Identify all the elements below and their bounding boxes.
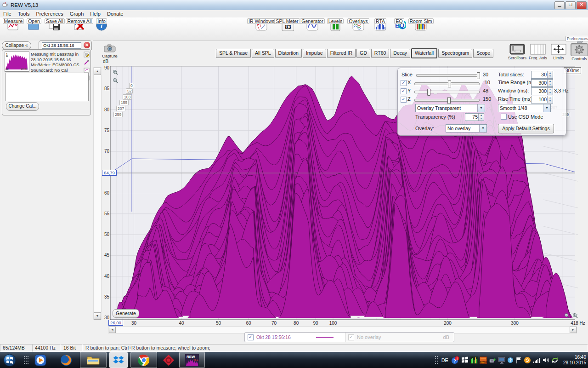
notes-icon[interactable]	[84, 52, 90, 58]
menu-file[interactable]: File	[0, 11, 15, 17]
scroll-down-icon[interactable]: ▼	[94, 312, 101, 320]
taskbar-grid-dots-icon[interactable]	[23, 352, 29, 368]
scrollbars-icon	[509, 43, 526, 55]
overlays-button[interactable]: Overlays	[346, 18, 371, 32]
save-all-button[interactable]: Save All	[43, 18, 66, 32]
tray-action-flag-icon[interactable]	[515, 356, 522, 364]
remove-all-button[interactable]: Remove All	[66, 18, 93, 32]
scrollbars-button[interactable]: Scrollbars	[508, 43, 526, 61]
controls-button[interactable]: Controls	[570, 43, 588, 61]
apply-default-settings-button[interactable]: Apply Default Settings	[498, 124, 554, 133]
language-indicator[interactable]: DE	[441, 357, 449, 363]
tab-spl-phase[interactable]: SPL & Phase	[216, 49, 251, 58]
capture-button[interactable]: Capture	[101, 44, 119, 58]
tray-sync-orange-icon[interactable]	[524, 356, 531, 364]
csd-mode-checkbox[interactable]	[501, 114, 507, 120]
tray-bluetooth-icon[interactable]	[507, 357, 514, 363]
tab-rt60[interactable]: RT60	[371, 49, 390, 58]
window-spinner[interactable]: 300▲▼	[531, 87, 553, 95]
y-axis-unit: dB	[103, 59, 108, 64]
scroll-up-icon[interactable]: ▲	[94, 68, 101, 75]
tray-network-signal-icon[interactable]	[533, 356, 540, 364]
tab-filtered-ir[interactable]: Filtered IR	[327, 49, 356, 58]
taskbar-dropbox-icon[interactable]	[109, 352, 128, 368]
tab-scope[interactable]: Scope	[473, 49, 493, 58]
taskbar-rew-icon[interactable]: REWV5.1	[179, 352, 205, 368]
info-button[interactable]: i Info	[93, 18, 110, 32]
overlay-checkbox[interactable]: ✓	[348, 334, 354, 340]
change-cal-button[interactable]: Change Cal...	[6, 102, 39, 111]
tray-tray-dots-icon[interactable]	[434, 354, 439, 366]
start-button[interactable]	[1, 352, 18, 368]
x-axis-checkbox[interactable]	[401, 80, 407, 86]
ir-windows-button[interactable]: IR Windows	[249, 18, 274, 32]
x-slider[interactable]	[414, 82, 480, 85]
taskbar-firefox-icon[interactable]	[59, 352, 74, 368]
menu-donate[interactable]: Donate	[104, 11, 126, 17]
levels-button[interactable]: Levels	[325, 18, 346, 32]
vertical-scrollbar[interactable]: ▲ ▼	[93, 67, 102, 320]
tray-display-icon[interactable]	[498, 356, 505, 364]
menu-graph[interactable]: Graph	[67, 11, 87, 17]
tray-volume-icon[interactable]	[542, 356, 549, 364]
menu-help[interactable]: Help	[87, 11, 104, 17]
scroll-left-icon[interactable]: ◄	[109, 327, 116, 333]
taskbar-chrome-icon[interactable]	[130, 352, 157, 368]
tray-windows-icon[interactable]	[461, 356, 469, 364]
tab-waterfall[interactable]: Waterfall	[411, 48, 437, 58]
mode-dropdown[interactable]: Overlay Transparent▼	[415, 104, 485, 112]
tray-digicheck-icon[interactable]	[470, 356, 478, 364]
menu-preferences[interactable]: Preferences	[33, 11, 66, 17]
measure-button[interactable]: Measure	[2, 18, 25, 32]
time-range-spinner[interactable]: 300▲▼	[531, 79, 553, 87]
slice-slider[interactable]	[416, 74, 480, 77]
spl-meter-button[interactable]: dB SPL83 SPL Meter	[274, 18, 300, 32]
transparency-spinner[interactable]: 75▲▼	[465, 113, 484, 121]
tab-distortion[interactable]: Distortion	[275, 49, 302, 58]
close-button[interactable]: ✕	[577, 1, 587, 9]
taskbar-explorer-icon[interactable]	[80, 352, 107, 368]
tray-sync-green-icon[interactable]	[551, 356, 559, 364]
scroll-right-icon[interactable]: ►	[570, 327, 577, 333]
tab-decay[interactable]: Decay	[390, 49, 410, 58]
y-slider[interactable]	[414, 91, 480, 93]
remove-measurement-icon[interactable]: ✕	[84, 42, 90, 48]
generator-button[interactable]: Generator	[300, 18, 325, 32]
maximize-button[interactable]: ❐	[565, 1, 576, 9]
overlay-dropdown[interactable]: No overlay▼	[446, 124, 487, 132]
tray-alert-icon[interactable]: ?!	[451, 356, 459, 364]
generate-button[interactable]: Generate	[113, 309, 139, 318]
rta-button[interactable]: RTA	[371, 18, 390, 32]
taskbar-steinberg-icon[interactable]	[161, 352, 176, 368]
measurement-card[interactable]: 12015.8k Messung mit Basstrap in 28.10.2…	[2, 49, 91, 115]
eq-button[interactable]: EQ EQ	[390, 18, 408, 32]
legend-checkbox[interactable]: ✓	[248, 334, 254, 340]
tab-impulse[interactable]: Impulse	[303, 49, 326, 58]
tab-spectrogram[interactable]: Spectrogram	[438, 49, 472, 58]
measurement-title-field[interactable]: Okt 28 15:56:16	[42, 42, 81, 49]
y-axis-checkbox[interactable]	[401, 88, 407, 94]
menu-tools[interactable]: Tools	[15, 11, 33, 17]
room-sim-button[interactable]: Room Sim	[408, 18, 433, 32]
minimize-button[interactable]: ▁	[554, 1, 565, 9]
z-axis-checkbox[interactable]	[401, 97, 407, 103]
limits-button[interactable]: Limits	[549, 43, 568, 61]
svg-text:83: 83	[285, 24, 291, 30]
z-slider[interactable]	[414, 99, 480, 102]
collapse-panel-button[interactable]: Collapse «	[2, 41, 31, 50]
open-button[interactable]: Open	[25, 18, 43, 32]
total-slices-spinner[interactable]: 30▲▼	[531, 71, 553, 79]
measurement-list[interactable]	[5, 73, 89, 101]
tab-gd[interactable]: GD	[356, 49, 370, 58]
measurement-tab[interactable]: Okt 28 15:56:16 ✕	[39, 40, 92, 50]
tray-device-icon[interactable]	[489, 356, 496, 364]
taskbar-clock[interactable]: 16:4028.10.2015	[563, 355, 586, 366]
smoothing-dropdown[interactable]: Smooth 1/48▼	[498, 104, 551, 112]
taskbar-media-player-icon[interactable]	[33, 352, 48, 368]
rise-time-spinner[interactable]: 100▲▼	[531, 96, 553, 104]
trace-color-icon[interactable]	[84, 59, 90, 66]
tab-all-spl[interactable]: All SPL	[252, 49, 274, 58]
camera-icon	[104, 44, 116, 52]
tray-rme-icon[interactable]: RME	[480, 356, 487, 364]
freq-axis-button[interactable]: Freq. Axis	[529, 43, 547, 61]
